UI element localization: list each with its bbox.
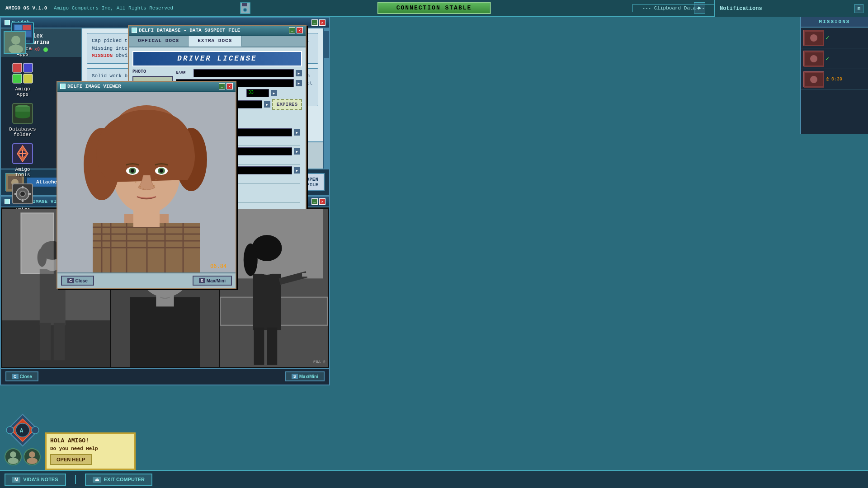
sidebar-item-amigo-tools-label: Amigo Tools bbox=[15, 167, 30, 178]
os-copyright: Amigo Computers Inc, All Rights Reserved bbox=[54, 5, 173, 11]
mission-item-3[interactable]: ⏱ 0:39 bbox=[801, 69, 868, 90]
avatar-area bbox=[5, 448, 41, 470]
svg-rect-12 bbox=[13, 74, 22, 83]
img-viewer-close-btn[interactable]: C Close bbox=[61, 276, 94, 286]
plink-close[interactable]: ✕ bbox=[319, 19, 326, 26]
mission-check-2: ✓ bbox=[826, 55, 829, 62]
notifications-area[interactable]: Notifications ⊞ bbox=[714, 0, 868, 17]
svg-rect-10 bbox=[13, 63, 22, 72]
amigo-apps-icon bbox=[11, 61, 34, 85]
bottom-bar: M VIDA'S NOTES ⏏ EXIT COMPUTER bbox=[0, 470, 868, 488]
notifications-icon[interactable]: ⊞ bbox=[854, 4, 863, 13]
help-box: HOLA AMIGO! Do you need Help OPEN HELP bbox=[45, 432, 136, 470]
svg-point-70 bbox=[11, 36, 20, 45]
svg-point-130 bbox=[6, 427, 14, 434]
mission-item-1[interactable]: ✓ bbox=[801, 28, 868, 48]
delfi-close-btn[interactable]: ✕ bbox=[297, 27, 303, 33]
missions-panel: MISSIONS ✓ ✓ bbox=[800, 17, 868, 134]
sidebar-item-amigo-apps[interactable]: Amigo Apps bbox=[5, 61, 41, 97]
svg-rect-28 bbox=[22, 186, 24, 188]
svg-rect-5 bbox=[14, 25, 22, 30]
name-arrow[interactable]: ▶ bbox=[296, 70, 302, 76]
clock-icon: ⏱ bbox=[826, 77, 830, 82]
tab-extra-docs[interactable]: EXTRA DOCS bbox=[189, 36, 241, 47]
mission-check-1: ✓ bbox=[826, 34, 829, 42]
svg-rect-124 bbox=[254, 328, 264, 365]
svg-point-65 bbox=[153, 185, 155, 187]
driver-license-header: DRIVER LICENSE bbox=[132, 51, 302, 66]
name-row: NAME ▶ bbox=[176, 69, 302, 77]
svg-point-34 bbox=[8, 458, 19, 464]
svg-rect-123 bbox=[302, 273, 311, 277]
vidas-notes-btn[interactable]: M VIDA'S NOTES bbox=[5, 474, 66, 486]
svg-point-62 bbox=[160, 169, 163, 173]
svg-rect-125 bbox=[267, 328, 277, 365]
svg-rect-98 bbox=[21, 213, 53, 274]
desktop: Police Apps Amigo Apps bbox=[0, 17, 868, 470]
plink-controls[interactable]: _ ✕ bbox=[311, 19, 326, 26]
plink-img-maxmini-btn[interactable]: S Max/Mini bbox=[285, 371, 325, 381]
svg-rect-13 bbox=[24, 74, 33, 83]
mission-item-2[interactable]: ✓ bbox=[801, 48, 868, 69]
svg-rect-29 bbox=[22, 199, 24, 202]
mission-timer-3: ⏱ 0:39 bbox=[826, 77, 842, 82]
field3-arrow[interactable]: ▶ bbox=[264, 101, 270, 108]
img-viewer-controls[interactable]: _ ✕ bbox=[219, 83, 233, 89]
svg-rect-1 bbox=[242, 3, 247, 6]
age-input[interactable]: 33 bbox=[246, 89, 269, 97]
plink-scrollbar-thumb[interactable] bbox=[324, 31, 329, 58]
svg-text:A: A bbox=[20, 428, 24, 434]
svg-point-27 bbox=[20, 191, 25, 197]
name2-arrow[interactable]: ▶ bbox=[296, 80, 302, 86]
delfi-controls[interactable]: _ ✕ bbox=[289, 27, 303, 33]
plink-img-minimize[interactable]: _ bbox=[311, 198, 318, 205]
svg-rect-101 bbox=[130, 297, 200, 367]
svg-point-77 bbox=[810, 34, 817, 42]
sidebar-item-databases[interactable]: Databases folder bbox=[5, 102, 41, 137]
bottom-divider bbox=[75, 475, 76, 484]
img-viewer-close[interactable]: ✕ bbox=[226, 83, 233, 89]
exit-computer-btn[interactable]: ⏏ EXIT COMPUTER bbox=[85, 474, 152, 486]
svg-rect-96 bbox=[40, 323, 51, 361]
plink-minimize[interactable]: _ bbox=[311, 19, 318, 26]
plink-img-bottom: C Close S Max/Mini bbox=[1, 368, 329, 384]
sidebar-item-amigo-apps-label: Amigo Apps bbox=[15, 86, 30, 97]
sidebar-item-amigo-tools[interactable]: Amigo Tools bbox=[5, 142, 41, 178]
mission-thumb-2 bbox=[803, 51, 824, 66]
passport-arrow[interactable]: ▶ bbox=[294, 167, 300, 174]
tab-official-docs[interactable]: OFFICAL DOCS bbox=[129, 36, 189, 47]
plink-img-close[interactable]: ✕ bbox=[319, 198, 326, 205]
delfi-minimize-btn[interactable]: _ bbox=[289, 27, 295, 33]
delfi-titlebar[interactable]: DELFI DATABASE - DATA SUSPECT FILE _ ✕ bbox=[129, 26, 306, 36]
avatar-2 bbox=[24, 448, 41, 465]
svg-rect-30 bbox=[14, 193, 17, 195]
plink-scrollbar[interactable] bbox=[323, 28, 329, 169]
age-arrow[interactable]: ▶ bbox=[271, 90, 277, 96]
pt-arrow[interactable]: ▶ bbox=[294, 129, 300, 136]
image-viewer-content: 06.84 bbox=[57, 92, 236, 272]
name-input[interactable] bbox=[193, 69, 294, 77]
img-viewer-title: DELFI IMAGE VIEWER bbox=[67, 84, 121, 89]
svg-rect-6 bbox=[23, 25, 31, 30]
img-viewer-maxmini-btn[interactable]: S Max/Mini bbox=[193, 276, 232, 286]
sidebar-item-databases-label: Databases folder bbox=[9, 127, 36, 137]
image-viewer-window: DELFI IMAGE VIEWER _ ✕ bbox=[57, 81, 236, 289]
clipboard-area: --- Clipboard Data--- bbox=[632, 4, 714, 12]
name-label: NAME bbox=[176, 71, 192, 75]
svg-point-2 bbox=[243, 8, 247, 12]
amigo-settings-icon bbox=[11, 182, 34, 206]
plink-img-controls[interactable]: _ ✕ bbox=[311, 198, 326, 205]
open-help-button[interactable]: OPEN HELP bbox=[50, 454, 92, 465]
svg-point-67 bbox=[156, 179, 157, 181]
delfi-title-icon bbox=[132, 28, 137, 33]
image-viewer-titlebar[interactable]: DELFI IMAGE VIEWER _ ✕ bbox=[57, 82, 236, 92]
img-viewer-icon bbox=[60, 84, 66, 89]
svg-point-80 bbox=[810, 55, 817, 62]
svg-point-37 bbox=[27, 458, 38, 464]
country-arrow[interactable]: ▶ bbox=[294, 148, 300, 155]
svg-point-131 bbox=[32, 427, 39, 434]
svg-rect-118 bbox=[253, 274, 281, 330]
svg-rect-19 bbox=[15, 112, 30, 116]
camera-label: ERA 2 bbox=[313, 360, 326, 365]
img-viewer-minimize[interactable]: _ bbox=[219, 83, 225, 89]
